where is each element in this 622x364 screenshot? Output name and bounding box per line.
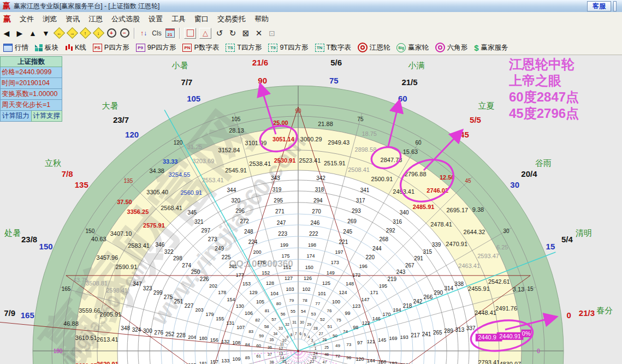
menu-item-6[interactable]: 工具 [167,13,190,26]
pan-up-icon[interactable]: ↑ [80,28,90,39]
svg-text:226: 226 [200,276,209,282]
menu-item-5[interactable]: 设置 [144,13,167,26]
gann-wheel-icon [358,43,368,52]
menu-item-0[interactable]: 文件 [15,13,38,26]
svg-text:35: 35 [270,338,274,342]
cls-button[interactable]: Cls [152,28,162,39]
svg-text:268: 268 [379,236,388,242]
svg-text:121: 121 [367,339,375,344]
svg-text:2440.91: 2440.91 [478,334,500,341]
svg-text:82: 82 [255,318,260,323]
rotate-ccw-icon[interactable]: ↺ [215,28,224,39]
svg-text:342: 342 [316,175,325,181]
svg-text:3.13: 3.13 [513,286,524,293]
svg-text:244: 244 [372,246,382,252]
svg-text:2545.91: 2545.91 [225,167,247,174]
svg-text:37: 37 [268,353,272,356]
svg-text:104: 104 [270,291,279,296]
tool-gann-wheel[interactable]: 江恩轮 [358,43,390,52]
svg-text:120: 120 [125,130,139,139]
svg-text:218: 218 [403,303,412,309]
square-tool-icon[interactable] [184,28,196,39]
svg-text:128: 128 [266,281,274,286]
svg-text:2508.41: 2508.41 [348,166,370,173]
tool-hexagon[interactable]: 六角形 [435,43,468,52]
svg-text:79: 79 [289,298,294,303]
svg-text:225: 225 [222,254,231,260]
svg-text:292: 292 [386,228,395,234]
zoom-out-icon[interactable]: − [120,28,129,39]
tool-p-number-table[interactable]: PNP数字表 [182,43,219,52]
tool-winner-service[interactable]: $赢家服务 [474,43,508,52]
svg-text:49: 49 [335,343,340,348]
menu-item-3[interactable]: 江恩 [84,13,107,26]
svg-text:73: 73 [346,342,351,347]
9t-square-icon: T9 [268,44,277,52]
up-icon[interactable]: ▲ [28,28,38,39]
menu-item-8[interactable]: 交易委托 [213,13,250,26]
tool-p-square[interactable]: PSP四方形 [93,43,129,52]
menu-item-7[interactable]: 窗口 [190,13,213,26]
svg-text:321: 321 [194,219,204,225]
svg-text:75: 75 [336,318,341,323]
down-icon[interactable]: ▼ [41,28,51,39]
svg-text:124: 124 [339,290,347,295]
tool-9p-square[interactable]: P99P四方形 [136,43,176,52]
svg-text:221: 221 [339,239,348,245]
calendar-icon[interactable]: 21 [165,28,175,39]
boxed-x-icon[interactable]: ⊠ [241,28,251,39]
svg-text:150: 150 [39,242,53,251]
forward-icon[interactable]: ▶ [15,28,25,39]
tool-t-number-table[interactable]: TNT数字表 [315,43,351,52]
pan-left-icon[interactable]: ← [54,28,64,39]
svg-text:84: 84 [245,342,250,347]
back-icon[interactable]: ◀ [2,28,11,39]
svg-text:28.13: 28.13 [229,127,244,134]
svg-text:298: 298 [173,255,182,261]
pan-right-icon[interactable]: → [67,28,77,39]
edge-button[interactable] [613,1,617,11]
svg-text:265: 265 [433,330,442,336]
support-button[interactable]: 客服 [587,1,611,11]
svg-text:150: 150 [305,265,313,270]
tool-t-square[interactable]: TST四方形 [226,43,262,52]
calc-resistance-button[interactable]: 计算阻力 [0,111,31,122]
menu-item-1[interactable]: 浏览 [38,13,61,26]
svg-text:135: 135 [124,178,133,184]
tool-9t-square[interactable]: T99T四方形 [268,43,308,52]
svg-text:102: 102 [302,287,310,292]
tool-sectors[interactable]: 板块 [35,43,58,52]
menu-item-9[interactable]: 帮助 [250,13,273,26]
svg-text:2448.41: 2448.41 [475,309,496,316]
menu-item-2[interactable]: 资讯 [61,13,84,26]
tool-kline[interactable]: K线 [65,43,86,52]
pan-down-icon[interactable]: ↓ [93,28,103,39]
svg-text:37.50: 37.50 [117,199,132,205]
svg-text:36: 36 [268,345,272,349]
svg-text:78: 78 [303,298,307,303]
zoom-in-icon[interactable]: + [106,28,116,39]
calc-support-button[interactable]: 计算支撑 [31,111,63,122]
updown-icon[interactable]: ↑↓ [139,28,149,39]
triangle-tool-icon[interactable]: △ [199,28,211,39]
svg-text:120: 120 [174,140,183,146]
screen-icon[interactable]: ⊡ [267,28,277,39]
svg-text:96: 96 [346,355,351,360]
svg-text:55: 55 [291,309,295,314]
step-row: 周天变化步长=1 [0,100,62,111]
shrink-icon[interactable]: ✕ [254,28,264,39]
svg-text:3356.25: 3356.25 [127,208,149,215]
module-toolbar: 行情板块K线PSP四方形P99P四方形PNP数字表TST四方形T99T四方形TN… [0,40,622,55]
tool-quotes[interactable]: 行情 [3,43,28,52]
svg-text:319: 319 [273,187,282,193]
menu-item-4[interactable]: 公式选股 [107,13,144,26]
svg-text:38: 38 [270,360,274,364]
svg-text:105: 105 [187,94,200,103]
svg-text:11: 11 [280,342,284,346]
svg-text:31.25: 31.25 [187,144,203,150]
p-square-icon: PS [93,44,102,52]
rotate-cw-icon[interactable]: ↻ [228,28,238,39]
note-line-2: 60度2847点 [509,89,579,104]
svg-text:48: 48 [324,353,329,356]
tool-winner-wheel[interactable]: Big赢家轮 [396,43,429,52]
